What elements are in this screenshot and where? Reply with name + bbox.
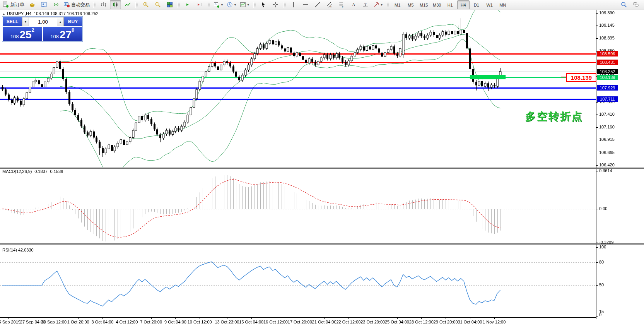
- time-axis-label: 10 Oct 12:00: [188, 320, 212, 324]
- price-tick-label: 106.665: [599, 150, 615, 155]
- time-axis-label: 1 Oct 20:00: [67, 320, 89, 324]
- price-line-tag[interactable]: 107.711: [597, 96, 618, 102]
- time-axis-label: 3 Oct 04:00: [92, 320, 114, 324]
- chart-canvas[interactable]: [0, 0, 644, 332]
- time-axis-label: 31 Oct 04:00: [458, 320, 482, 324]
- time-axis-label: 1 Nov 12:00: [483, 320, 506, 324]
- time-axis-label: 4 Oct 12:00: [116, 320, 138, 324]
- volume-increase-button[interactable]: ▲: [57, 17, 64, 26]
- rsi-scale-label: 100: [599, 245, 606, 249]
- rsi-scale-label: 50: [599, 282, 604, 287]
- rsi-indicator-label: RSI(14) 42.0330: [2, 248, 34, 252]
- volume-input[interactable]: 1.00: [29, 17, 57, 26]
- price-tick-label: 109.390: [599, 10, 615, 15]
- price-line-tag[interactable]: 108.252: [597, 69, 618, 74]
- buy-button[interactable]: BUY: [64, 17, 82, 26]
- buy-price-big: 27: [60, 29, 72, 40]
- time-axis-label: 17 Oct 20:00: [288, 320, 312, 324]
- macd-scale-label: 0.00: [599, 206, 607, 211]
- time-axis-label: 25 Oct 04:00: [385, 320, 409, 324]
- sell-button[interactable]: SELL: [3, 17, 22, 26]
- price-tick-label: 106.420: [599, 163, 615, 167]
- price-tick-label: 107.160: [599, 125, 615, 129]
- time-axis-label: 29 Oct 20:00: [434, 320, 458, 324]
- mt4-window: 新订单自动交易▼▼▼EFAT▼M1M5M15M30H1H4D1W1MN ▲USD…: [0, 0, 644, 332]
- buy-price-sup: 0: [72, 27, 74, 33]
- time-axis-label: 30 Sep 12:00: [41, 320, 67, 324]
- buy-price-prefix: 108: [50, 34, 59, 39]
- symbol-info: ▲USDJPY-,H4 108.149 108.317 108.116 108.…: [2, 11, 99, 16]
- buy-price-button[interactable]: 108 27 0: [43, 27, 82, 41]
- macd-indicator-label: MACD(12,26,9) -0.1837 -0.1536: [2, 169, 63, 174]
- price-line-tag[interactable]: 108.139: [597, 75, 618, 80]
- symbol-name: USDJPY-,H4: [7, 11, 31, 16]
- time-axis-label: 7 Oct 20:00: [140, 320, 162, 324]
- one-click-trading-panel: SELL ▼ 1.00 ▲ BUY 108 25 2 108 27 0: [2, 16, 83, 42]
- chart-annotation-text: 多空转折点: [525, 110, 583, 123]
- price-tick-label: 108.895: [599, 36, 615, 40]
- price-tick-label: 109.145: [599, 23, 615, 27]
- time-axis-label: 13 Oct 23:00: [215, 320, 239, 324]
- sell-price-sup: 2: [32, 27, 34, 33]
- price-line-tag[interactable]: 107.929: [597, 85, 618, 91]
- macd-scale-label: 0.3614: [599, 168, 612, 173]
- sell-price-prefix: 108: [10, 34, 19, 39]
- rsi-scale-label: 80: [599, 260, 604, 264]
- price-line-tag[interactable]: 108.596: [597, 51, 618, 56]
- collapse-triangle-icon[interactable]: ▲: [2, 12, 5, 16]
- price-tick-label: 106.915: [599, 137, 615, 142]
- time-axis-label: 28 Oct 12:00: [409, 320, 434, 324]
- price-flag-label[interactable]: 108.139: [566, 73, 596, 82]
- time-axis-label: 9 Oct 04:00: [164, 320, 186, 324]
- price-tick-label: 107.410: [599, 112, 615, 116]
- macd-scale-label: -0.3209: [599, 240, 613, 245]
- time-axis-label: 16 Oct 12:00: [263, 320, 288, 324]
- price-line-tag[interactable]: 108.431: [597, 60, 618, 65]
- sell-price-big: 25: [19, 29, 31, 40]
- symbol-ohlc: 108.149 108.317 108.116 108.252: [34, 11, 98, 16]
- price-flag-connector: [561, 77, 566, 77]
- volume-decrease-button[interactable]: ▼: [22, 17, 29, 26]
- time-axis-label: 21 Oct 04:00: [312, 320, 337, 324]
- time-axis-label: 22 Oct 12:00: [336, 320, 360, 324]
- time-axis-label: 23 Oct 20:00: [360, 320, 385, 324]
- time-axis-label: 25 Sep 2019: [0, 320, 20, 324]
- time-axis-label: 15 Oct 04:00: [239, 320, 263, 324]
- sell-price-button[interactable]: 108 25 2: [3, 27, 42, 41]
- rsi-scale-label: 0: [599, 312, 601, 317]
